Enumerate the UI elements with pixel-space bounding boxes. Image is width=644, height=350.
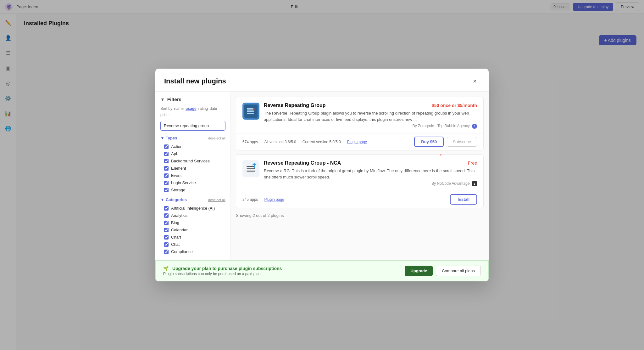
sort-date[interactable]: date xyxy=(210,106,217,111)
upgrade-banner: 🌱 Upgrade your plan to purchase plugin s… xyxy=(155,260,489,281)
plugin-page-link-rrg[interactable]: Plugin page xyxy=(347,140,367,144)
plugin-author-rrg: By Zeroqode - Top Bubble Agency ? xyxy=(264,124,477,129)
filter-icon: ▼ xyxy=(160,97,165,102)
upgrade-text-block: 🌱 Upgrade your plan to purchase plugin s… xyxy=(163,266,282,276)
plugin-card-header-nca: Reverse Repeating Group - NCA Free Rever… xyxy=(242,160,477,186)
modal-close-button[interactable]: × xyxy=(470,76,480,86)
sort-usage[interactable]: usage xyxy=(186,106,197,111)
plugin-card-top-nca: Reverse Repeating Group - NCA Free Rever… xyxy=(236,155,483,191)
type-background-services[interactable]: Background Services xyxy=(160,157,225,165)
plugin-info-rrg: Reverse Repeating Group $50 once or $5/m… xyxy=(264,103,477,129)
showing-text: Showing 2 out of 2 plugins xyxy=(236,212,484,219)
modal-body: ▼ Filters Sort by name usage rating date… xyxy=(155,92,489,260)
plugin-card-top-rrg: Reverse Repeating Group $50 once or $5/m… xyxy=(236,97,483,133)
types-deselect-all[interactable]: deselect all xyxy=(208,136,225,140)
buy-button-rrg[interactable]: Buy $50 xyxy=(414,137,444,147)
plugin-card-rrg: Reverse Repeating Group $50 once or $5/m… xyxy=(236,97,484,150)
plugin-name-rrg: Reverse Repeating Group xyxy=(264,103,326,108)
type-login-service[interactable]: Login Service xyxy=(160,179,225,186)
plugin-page-link-nca[interactable]: Plugin page xyxy=(264,197,284,202)
sort-row: Sort by name usage rating date price xyxy=(160,106,225,117)
sort-rating[interactable]: rating xyxy=(198,106,208,111)
compare-plans-button[interactable]: Compare all plans xyxy=(436,266,481,276)
plugin-actions-nca: Install xyxy=(450,194,477,205)
categories-arrow-icon: ▼ xyxy=(160,197,164,202)
cat-calendar[interactable]: Calendar xyxy=(160,226,225,234)
cat-compliance[interactable]: Compliance xyxy=(160,248,225,255)
filter-sidebar: ▼ Filters Sort by name usage rating date… xyxy=(155,92,231,260)
svg-rect-2 xyxy=(247,113,254,114)
plugin-price-nca: Free xyxy=(468,161,477,166)
type-api[interactable]: Api xyxy=(160,150,225,157)
plugin-actions-rrg: Buy $50 Subscribe xyxy=(414,137,477,147)
types-title: ▼ Types xyxy=(160,136,177,140)
modal-title: Install new plugins xyxy=(164,77,226,85)
plugin-apps-count-nca: 245 apps xyxy=(242,197,258,202)
categories-deselect-all[interactable]: deselect all xyxy=(208,198,225,202)
plugin-info-nca: Reverse Repeating Group - NCA Free Rever… xyxy=(264,160,477,186)
up-arrow-icon xyxy=(252,163,257,169)
type-action[interactable]: Action xyxy=(160,143,225,150)
plugin-card-footer-rrg: 674 apps All versions 3.6/5.0 Current ve… xyxy=(236,133,483,150)
plugin-author-nca: By NoCode Advantage ▲ xyxy=(264,181,477,186)
plugin-title-row-nca: Reverse Repeating Group - NCA Free xyxy=(264,160,477,166)
plugin-title-row-rrg: Reverse Repeating Group $50 once or $5/m… xyxy=(264,103,477,108)
upgrade-actions: Upgrade Compare all plans xyxy=(405,266,481,276)
plugin-price-rrg: $50 once or $5/month xyxy=(432,103,477,108)
plugin-icon-nca xyxy=(242,160,259,177)
sort-name[interactable]: name xyxy=(174,106,184,111)
plugin-desc-nca: Reverse a RG. This is a fork of the orig… xyxy=(264,168,477,180)
cat-ai[interactable]: Artificial Intelligence (AI) xyxy=(160,205,225,212)
plugin-apps-count-rrg: 674 apps xyxy=(242,140,258,144)
sort-price[interactable]: price xyxy=(160,113,169,117)
svg-rect-1 xyxy=(247,110,254,112)
plugin-author-badge-rrg: ? xyxy=(472,124,477,129)
filter-label: Filters xyxy=(167,97,181,102)
plugin-current-version-rrg: Current version 5.0/5.0 xyxy=(303,140,341,144)
plugin-card-header-rrg: Reverse Repeating Group $50 once or $5/m… xyxy=(242,103,477,129)
cat-blog[interactable]: Blog xyxy=(160,219,225,226)
categories-section-header: ▼ Categories deselect all xyxy=(160,197,225,202)
hline-3 xyxy=(247,171,255,172)
cat-chat[interactable]: Chat xyxy=(160,241,225,248)
subscribe-button-rrg[interactable]: Subscribe xyxy=(447,137,477,147)
modal-overlay: Install new plugins × ▼ Filters Sort by … xyxy=(0,0,644,350)
plugin-name-nca: Reverse Repeating Group - NCA xyxy=(264,160,341,166)
upgrade-sub-text: Plugin subscriptions can only be purchas… xyxy=(163,272,282,276)
type-event[interactable]: Event xyxy=(160,172,225,179)
sort-label: Sort by xyxy=(160,106,172,111)
install-plugins-modal: Install new plugins × ▼ Filters Sort by … xyxy=(155,69,489,281)
plugin-list: Reverse Repeating Group $50 once or $5/m… xyxy=(231,92,489,260)
plugin-card-footer-nca: 245 apps Plugin page Install xyxy=(236,191,483,208)
upgrade-plant-icon: 🌱 xyxy=(163,266,169,271)
upgrade-main-text: 🌱 Upgrade your plan to purchase plugin s… xyxy=(163,266,282,271)
plugin-search-input[interactable] xyxy=(160,121,225,131)
cat-analytics[interactable]: Analytics xyxy=(160,212,225,219)
cat-chart[interactable]: Chart xyxy=(160,234,225,241)
modal-header: Install new plugins × xyxy=(155,69,489,92)
plugin-author-badge-nca: ▲ xyxy=(472,181,477,186)
upgrade-button[interactable]: Upgrade xyxy=(405,266,433,276)
types-arrow-icon: ▼ xyxy=(160,136,164,140)
install-button-nca[interactable]: Install xyxy=(450,194,477,205)
plugin-card-nca: Reverse Repeating Group - NCA Free Rever… xyxy=(236,154,484,208)
types-section-header: ▼ Types deselect all xyxy=(160,136,225,140)
plugin-desc-rrg: The Reverse Repeating Group plugin allow… xyxy=(264,110,477,122)
plugin-icon-svg-rrg xyxy=(246,106,256,116)
type-element[interactable]: Element xyxy=(160,165,225,172)
categories-title: ▼ Categories xyxy=(160,197,187,202)
type-storage[interactable]: Storage xyxy=(160,186,225,194)
plugin-versions-rrg: All versions 3.6/5.0 xyxy=(264,140,296,144)
plugin-icon-rrg xyxy=(242,103,259,120)
plugin-icon-inner-rrg xyxy=(244,104,258,118)
filter-header: ▼ Filters xyxy=(160,97,225,102)
